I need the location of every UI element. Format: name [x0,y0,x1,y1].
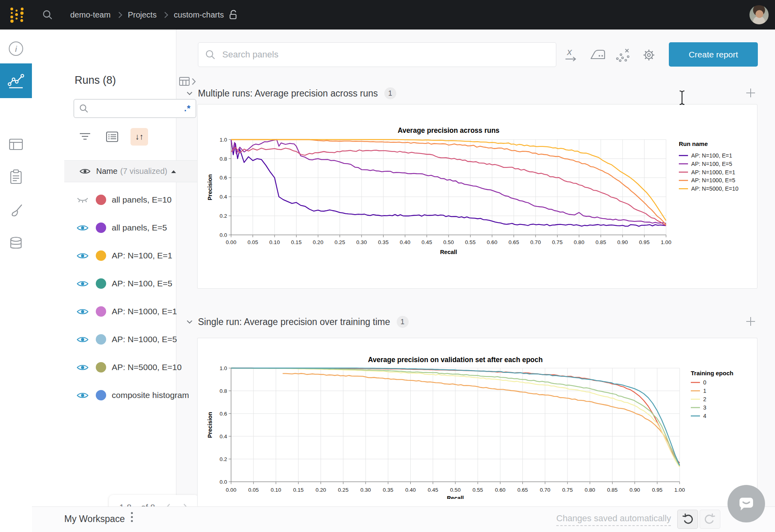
add-panel-icon[interactable] [745,316,756,327]
workspace-menu-kebab-icon[interactable] [131,512,133,522]
notes-icon[interactable] [0,161,32,193]
eye-open-icon[interactable] [75,252,91,260]
workspace-label[interactable]: My Workspace [64,514,125,524]
svg-text:AP: N=100, E=1: AP: N=100, E=1 [691,152,732,159]
run-row[interactable]: AP: N=1000, E=5 [64,325,208,353]
svg-text:0.4: 0.4 [219,194,227,200]
svg-text:1.0: 1.0 [219,137,227,143]
svg-text:Run name: Run name [679,140,708,147]
run-color-dot [96,278,106,289]
sort-icon[interactable]: ↓↑ [130,128,148,146]
filter-icon[interactable] [76,128,94,146]
chevron-down-icon[interactable] [186,319,193,325]
run-row[interactable]: AP: N=5000, E=10 [64,353,208,381]
eye-open-icon[interactable] [75,392,91,399]
runs-count-title: Runs (8) [75,74,116,87]
runs-name-header[interactable]: Name (7 visualized) [64,160,208,182]
run-label[interactable]: AP: N=100, E=5 [112,279,172,288]
svg-text:Recall: Recall [447,495,464,499]
eye-open-icon[interactable] [75,280,91,288]
svg-text:0.80: 0.80 [574,239,584,245]
panel-avg-precision-across-runs[interactable]: 0.000.050.100.150.200.250.300.350.400.45… [197,104,757,289]
artifacts-database-icon[interactable] [0,228,32,260]
workspace-charts-tab[interactable] [0,63,32,98]
run-label[interactable]: AP: N=1000, E=5 [112,335,177,344]
search-icon[interactable] [42,9,53,21]
settings-gear-icon[interactable] [641,47,657,63]
runs-search-input[interactable]: .* [73,99,196,118]
run-color-dot [96,390,106,400]
add-panel-icon[interactable] [745,87,756,99]
run-label[interactable]: all panels, E=5 [112,223,167,233]
breadcrumb-team[interactable]: demo-team [70,10,111,20]
regex-toggle[interactable]: .* [184,103,191,114]
svg-text:0.85: 0.85 [595,239,606,245]
svg-text:0.35: 0.35 [378,239,388,245]
x-axis-settings-icon[interactable]: x [564,47,581,63]
run-row[interactable]: AP: N=100, E=5 [64,270,208,298]
svg-text:0.55: 0.55 [473,487,483,493]
outliers-scatter-icon[interactable] [615,47,632,63]
wandb-workspace: demo-team Projects custom-charts i Ru [0,0,775,532]
eye-open-icon[interactable] [75,336,91,343]
run-label[interactable]: AP: N=5000, E=10 [112,363,182,372]
svg-text:Precision: Precision [207,412,213,438]
panel-search[interactable] [198,42,556,67]
run-label[interactable]: composite histogram [112,390,189,400]
help-chat-button[interactable] [728,485,765,522]
run-row[interactable]: all panels, E=5 [64,214,208,242]
run-color-dot [96,195,106,205]
eye-icon[interactable] [79,168,91,175]
svg-text:0.40: 0.40 [405,487,415,493]
svg-text:0.2: 0.2 [219,213,227,219]
svg-text:3: 3 [703,404,706,411]
eye-open-icon[interactable] [75,364,91,371]
svg-text:0.75: 0.75 [562,487,573,493]
panel-avg-precision-per-epoch[interactable]: 0.000.050.100.150.200.250.300.350.400.45… [197,338,757,506]
run-color-dot [96,334,106,345]
eye-open-icon[interactable] [75,224,91,232]
eye-closed-icon[interactable] [75,196,91,204]
chevron-down-icon[interactable] [186,91,193,96]
expand-runs-table-icon[interactable] [179,77,197,89]
wandb-logo-icon[interactable] [10,6,24,23]
svg-text:2: 2 [703,396,706,402]
svg-text:0.50: 0.50 [443,239,454,245]
section-header-multiple-runs[interactable]: Multiple runs: Average precision across … [186,87,396,99]
panel-search-input[interactable] [221,49,534,60]
run-row[interactable]: composite histogram [64,381,208,409]
svg-text:AP: N=1000, E=1: AP: N=1000, E=1 [691,169,735,175]
svg-text:0.35: 0.35 [383,487,393,493]
run-row[interactable]: AP: N=100, E=1 [64,242,208,270]
svg-text:0.6: 0.6 [219,411,227,417]
group-list-icon[interactable] [103,128,121,146]
svg-text:0.30: 0.30 [356,239,367,245]
breadcrumb-project-name[interactable]: custom-charts [174,10,224,20]
svg-text:0.75: 0.75 [552,239,562,245]
svg-text:0.80: 0.80 [585,487,595,493]
text-cursor [677,89,687,106]
runs-table-tab[interactable] [0,128,32,160]
run-label[interactable]: AP: N=1000, E=1 [112,307,177,316]
run-label[interactable]: AP: N=100, E=1 [112,251,172,260]
eye-open-icon[interactable] [75,308,91,315]
section-title: Multiple runs: Average precision across … [198,88,378,99]
svg-text:0.10: 0.10 [269,239,280,245]
svg-text:AP: N=5000, E=10: AP: N=5000, E=10 [691,185,738,192]
run-row[interactable]: all panels, E=10 [64,186,208,214]
smoothing-iron-icon[interactable] [589,47,606,63]
sweeps-brush-icon[interactable] [0,195,32,227]
autosave-status[interactable]: Changes saved automatically [556,513,671,526]
section-header-single-run[interactable]: Single run: Average precision over train… [186,316,409,328]
user-avatar[interactable] [749,5,769,24]
create-report-button[interactable]: Create report [669,42,758,67]
run-label[interactable]: all panels, E=10 [112,195,172,205]
svg-text:0.70: 0.70 [540,487,550,493]
svg-text:0.8: 0.8 [219,388,227,394]
info-icon[interactable]: i [0,33,32,65]
redo-button[interactable] [700,510,720,529]
breadcrumb-projects[interactable]: Projects [128,10,156,20]
svg-text:0.20: 0.20 [313,239,323,245]
sort-caret-up-icon [171,170,176,173]
undo-button[interactable] [677,510,698,529]
